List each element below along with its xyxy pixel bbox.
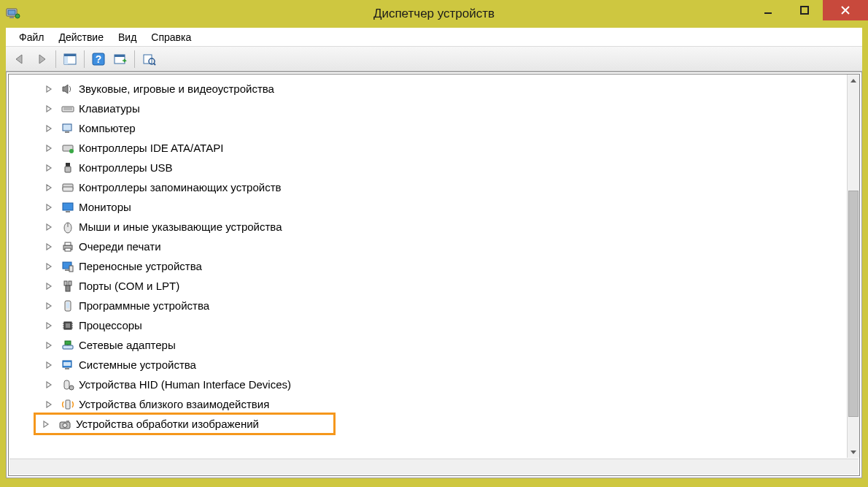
tree-item-label: Мыши и иные указывающие устройства [79,221,282,233]
expander-icon[interactable] [44,183,54,193]
cpu-icon [61,319,74,332]
tree-item-cpu[interactable]: Процессоры [38,315,859,335]
svg-rect-33 [65,248,71,251]
scroll-up-button[interactable] [848,74,859,87]
tree-item-sound[interactable]: Звуковые, игровые и видеоустройства [38,79,859,99]
svg-rect-35 [65,269,69,271]
scroll-down-button[interactable] [848,445,859,458]
svg-rect-43 [66,323,70,328]
expander-icon[interactable] [44,163,54,173]
svg-rect-50 [63,345,73,349]
tree-item-label: Сетевые адаптеры [79,339,176,351]
svg-text:?: ? [96,53,102,65]
expander-icon[interactable] [44,321,54,331]
mouse-icon [61,221,74,234]
nav-back-button[interactable] [9,49,30,69]
tree-item-keyboard[interactable]: Клавиатуры [38,99,859,118]
menubar: Файл Действие Вид Справка [6,28,862,47]
properties-button[interactable] [139,49,159,69]
tree-item-label: Клавиатуры [79,102,140,115]
tree-item-system[interactable]: Системные устройства [38,355,859,375]
scan-hardware-button[interactable] [110,49,131,69]
software-icon [61,299,74,312]
device-manager-window: Диспетчер устройств Файл Действие Вид Сп… [0,0,868,487]
expander-icon[interactable] [44,242,54,252]
nav-forward-button[interactable] [31,49,52,69]
svg-rect-12 [115,55,125,57]
tree-item-label: Устройства близкого взаимодействия [79,398,269,410]
titlebar[interactable]: Диспетчер устройств [0,0,868,28]
minimize-button[interactable] [750,0,786,20]
expander-icon[interactable] [44,340,54,350]
tree-item-label: Звуковые, игровые и видеоустройства [79,83,274,95]
svg-rect-58 [66,400,70,409]
imaging-icon [58,418,71,431]
tree-pane: Звуковые, игровые и видеоустройстваКлави… [8,74,860,476]
tree-item-label: Контроллеры IDE ATA/ATAPI [79,142,223,154]
storage-icon [61,181,74,194]
tree-item-printer[interactable]: Очереди печати [38,237,859,256]
expander-icon[interactable] [44,143,54,153]
svg-rect-19 [63,124,71,131]
menu-action[interactable]: Действие [51,29,111,45]
menu-file[interactable]: Файл [12,29,51,45]
tree-item-hid[interactable]: Устройства HID (Human Interface Devices) [38,375,859,394]
tree-scroll-host[interactable]: Звуковые, игровые и видеоустройстваКлави… [9,74,859,458]
expander-icon[interactable] [44,202,54,212]
svg-rect-4 [764,12,772,14]
vertical-scrollbar[interactable] [847,74,859,458]
tree-item-usb[interactable]: Контроллеры USB [38,158,859,177]
tree-item-storage[interactable]: Контроллеры запоминающих устройств [38,177,859,197]
expander-icon[interactable] [44,281,54,291]
svg-rect-20 [65,131,69,133]
expander-icon[interactable] [44,360,54,370]
menu-help[interactable]: Справка [144,29,198,45]
tree-item-monitor[interactable]: Мониторы [38,197,859,217]
tree-item-network[interactable]: Сетевые адаптеры [38,335,859,355]
tree-item-portable[interactable]: Переносные устройства [38,256,859,276]
hid-icon [61,378,74,391]
expander-icon[interactable] [44,123,54,134]
expander-icon[interactable] [44,261,54,272]
expander-icon[interactable] [44,84,54,94]
scan-icon [113,52,128,66]
tree-item-mouse[interactable]: Мыши и иные указывающие устройства [38,217,859,237]
expander-icon[interactable] [44,301,54,311]
system-icon [61,358,74,372]
svg-rect-41 [66,302,69,308]
help-button[interactable]: ? [88,49,109,69]
tree-item-label: Порты (COM и LPT) [79,280,179,292]
tree-item-computer[interactable]: Компьютер [38,118,859,138]
svg-rect-39 [66,285,70,291]
svg-rect-37 [64,281,67,285]
expander-icon[interactable] [44,104,54,114]
statusbar [9,459,859,475]
expander-icon[interactable] [44,399,54,410]
expander-icon[interactable] [41,419,51,429]
expander-icon[interactable] [44,222,54,232]
ide-icon [61,142,74,155]
proximity-icon [61,398,74,411]
close-button[interactable] [823,0,868,20]
tree-item-imaging[interactable]: Устройства обработки изображений [35,414,334,434]
svg-point-22 [69,149,74,153]
scroll-thumb[interactable] [848,191,859,416]
expander-icon[interactable] [44,380,54,390]
svg-rect-2 [9,17,14,18]
svg-rect-23 [66,163,70,166]
svg-rect-56 [64,380,69,389]
tree-item-ports[interactable]: Порты (COM и LPT) [38,276,859,296]
scroll-track[interactable] [848,87,859,445]
toolbar-separator [84,50,85,68]
svg-rect-27 [63,203,73,210]
tree-item-label: Устройства HID (Human Interface Devices) [79,378,291,391]
tree-item-label: Контроллеры запоминающих устройств [79,181,281,193]
svg-rect-28 [66,211,70,212]
tree-item-ide[interactable]: Контроллеры IDE ATA/ATAPI [38,138,859,158]
tree-item-label: Компьютер [79,122,136,134]
tree-item-software[interactable]: Программные устройства [38,296,859,315]
maximize-button[interactable] [786,0,823,20]
console-tree-button[interactable] [60,49,80,69]
tree-item-proximity[interactable]: Устройства близкого взаимодействия [38,394,859,414]
menu-view[interactable]: Вид [111,29,144,45]
